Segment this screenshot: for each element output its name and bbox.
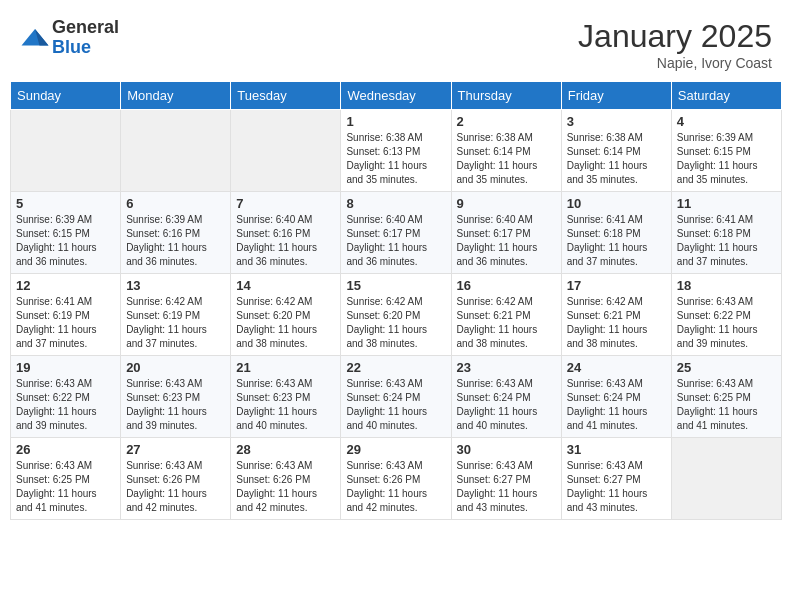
day-number: 14 (236, 278, 335, 293)
calendar-day-cell: 15Sunrise: 6:42 AMSunset: 6:20 PMDayligh… (341, 274, 451, 356)
logo-text: General Blue (52, 18, 119, 58)
logo-blue-text: Blue (52, 38, 119, 58)
calendar-day-header: Friday (561, 82, 671, 110)
day-number: 11 (677, 196, 776, 211)
day-info: Sunrise: 6:38 AMSunset: 6:13 PMDaylight:… (346, 131, 445, 187)
calendar-week-row: 26Sunrise: 6:43 AMSunset: 6:25 PMDayligh… (11, 438, 782, 520)
day-number: 8 (346, 196, 445, 211)
calendar-day-header: Monday (121, 82, 231, 110)
calendar-day-cell: 16Sunrise: 6:42 AMSunset: 6:21 PMDayligh… (451, 274, 561, 356)
calendar-table: SundayMondayTuesdayWednesdayThursdayFrid… (10, 81, 782, 520)
day-number: 10 (567, 196, 666, 211)
calendar-day-header: Sunday (11, 82, 121, 110)
day-number: 27 (126, 442, 225, 457)
calendar-day-cell: 21Sunrise: 6:43 AMSunset: 6:23 PMDayligh… (231, 356, 341, 438)
day-info: Sunrise: 6:39 AMSunset: 6:15 PMDaylight:… (16, 213, 115, 269)
calendar-day-cell: 1Sunrise: 6:38 AMSunset: 6:13 PMDaylight… (341, 110, 451, 192)
day-number: 17 (567, 278, 666, 293)
day-number: 22 (346, 360, 445, 375)
day-info: Sunrise: 6:43 AMSunset: 6:23 PMDaylight:… (236, 377, 335, 433)
logo-general-text: General (52, 18, 119, 38)
day-number: 23 (457, 360, 556, 375)
calendar-day-cell: 19Sunrise: 6:43 AMSunset: 6:22 PMDayligh… (11, 356, 121, 438)
calendar-day-cell: 24Sunrise: 6:43 AMSunset: 6:24 PMDayligh… (561, 356, 671, 438)
calendar-week-row: 5Sunrise: 6:39 AMSunset: 6:15 PMDaylight… (11, 192, 782, 274)
calendar-day-cell: 5Sunrise: 6:39 AMSunset: 6:15 PMDaylight… (11, 192, 121, 274)
calendar-day-cell: 28Sunrise: 6:43 AMSunset: 6:26 PMDayligh… (231, 438, 341, 520)
logo-icon (20, 23, 50, 53)
day-info: Sunrise: 6:41 AMSunset: 6:18 PMDaylight:… (567, 213, 666, 269)
day-number: 26 (16, 442, 115, 457)
calendar-day-cell: 25Sunrise: 6:43 AMSunset: 6:25 PMDayligh… (671, 356, 781, 438)
day-info: Sunrise: 6:43 AMSunset: 6:24 PMDaylight:… (567, 377, 666, 433)
day-info: Sunrise: 6:42 AMSunset: 6:21 PMDaylight:… (567, 295, 666, 351)
calendar-day-cell (11, 110, 121, 192)
day-info: Sunrise: 6:43 AMSunset: 6:25 PMDaylight:… (16, 459, 115, 515)
calendar-day-cell (671, 438, 781, 520)
calendar-day-header: Tuesday (231, 82, 341, 110)
day-info: Sunrise: 6:40 AMSunset: 6:17 PMDaylight:… (346, 213, 445, 269)
day-number: 19 (16, 360, 115, 375)
calendar-day-cell: 12Sunrise: 6:41 AMSunset: 6:19 PMDayligh… (11, 274, 121, 356)
day-info: Sunrise: 6:42 AMSunset: 6:19 PMDaylight:… (126, 295, 225, 351)
calendar-day-cell: 18Sunrise: 6:43 AMSunset: 6:22 PMDayligh… (671, 274, 781, 356)
day-number: 31 (567, 442, 666, 457)
calendar-day-cell: 4Sunrise: 6:39 AMSunset: 6:15 PMDaylight… (671, 110, 781, 192)
day-number: 6 (126, 196, 225, 211)
day-number: 30 (457, 442, 556, 457)
calendar-day-header: Wednesday (341, 82, 451, 110)
day-number: 29 (346, 442, 445, 457)
day-number: 28 (236, 442, 335, 457)
calendar-day-cell: 8Sunrise: 6:40 AMSunset: 6:17 PMDaylight… (341, 192, 451, 274)
calendar-day-cell: 26Sunrise: 6:43 AMSunset: 6:25 PMDayligh… (11, 438, 121, 520)
calendar-day-cell: 14Sunrise: 6:42 AMSunset: 6:20 PMDayligh… (231, 274, 341, 356)
calendar-day-cell: 27Sunrise: 6:43 AMSunset: 6:26 PMDayligh… (121, 438, 231, 520)
calendar-day-cell: 30Sunrise: 6:43 AMSunset: 6:27 PMDayligh… (451, 438, 561, 520)
calendar-header-row: SundayMondayTuesdayWednesdayThursdayFrid… (11, 82, 782, 110)
day-info: Sunrise: 6:38 AMSunset: 6:14 PMDaylight:… (567, 131, 666, 187)
calendar-day-cell: 23Sunrise: 6:43 AMSunset: 6:24 PMDayligh… (451, 356, 561, 438)
day-info: Sunrise: 6:43 AMSunset: 6:24 PMDaylight:… (457, 377, 556, 433)
month-title: January 2025 (578, 18, 772, 55)
calendar-day-header: Saturday (671, 82, 781, 110)
day-info: Sunrise: 6:40 AMSunset: 6:16 PMDaylight:… (236, 213, 335, 269)
day-number: 1 (346, 114, 445, 129)
day-number: 9 (457, 196, 556, 211)
day-info: Sunrise: 6:43 AMSunset: 6:25 PMDaylight:… (677, 377, 776, 433)
day-info: Sunrise: 6:43 AMSunset: 6:24 PMDaylight:… (346, 377, 445, 433)
location-text: Napie, Ivory Coast (578, 55, 772, 71)
day-number: 20 (126, 360, 225, 375)
day-info: Sunrise: 6:42 AMSunset: 6:20 PMDaylight:… (236, 295, 335, 351)
day-info: Sunrise: 6:41 AMSunset: 6:19 PMDaylight:… (16, 295, 115, 351)
calendar-day-cell: 20Sunrise: 6:43 AMSunset: 6:23 PMDayligh… (121, 356, 231, 438)
calendar-day-cell: 10Sunrise: 6:41 AMSunset: 6:18 PMDayligh… (561, 192, 671, 274)
day-info: Sunrise: 6:41 AMSunset: 6:18 PMDaylight:… (677, 213, 776, 269)
day-info: Sunrise: 6:43 AMSunset: 6:27 PMDaylight:… (567, 459, 666, 515)
calendar-day-cell (121, 110, 231, 192)
day-number: 18 (677, 278, 776, 293)
day-info: Sunrise: 6:43 AMSunset: 6:26 PMDaylight:… (346, 459, 445, 515)
day-info: Sunrise: 6:40 AMSunset: 6:17 PMDaylight:… (457, 213, 556, 269)
calendar-day-cell: 3Sunrise: 6:38 AMSunset: 6:14 PMDaylight… (561, 110, 671, 192)
day-info: Sunrise: 6:38 AMSunset: 6:14 PMDaylight:… (457, 131, 556, 187)
day-number: 16 (457, 278, 556, 293)
calendar-day-cell: 11Sunrise: 6:41 AMSunset: 6:18 PMDayligh… (671, 192, 781, 274)
calendar-day-cell: 7Sunrise: 6:40 AMSunset: 6:16 PMDaylight… (231, 192, 341, 274)
day-info: Sunrise: 6:43 AMSunset: 6:27 PMDaylight:… (457, 459, 556, 515)
calendar-day-cell: 2Sunrise: 6:38 AMSunset: 6:14 PMDaylight… (451, 110, 561, 192)
calendar-day-cell: 22Sunrise: 6:43 AMSunset: 6:24 PMDayligh… (341, 356, 451, 438)
calendar-day-cell: 9Sunrise: 6:40 AMSunset: 6:17 PMDaylight… (451, 192, 561, 274)
page-header: General Blue January 2025 Napie, Ivory C… (10, 10, 782, 75)
day-info: Sunrise: 6:42 AMSunset: 6:21 PMDaylight:… (457, 295, 556, 351)
day-info: Sunrise: 6:39 AMSunset: 6:15 PMDaylight:… (677, 131, 776, 187)
title-section: January 2025 Napie, Ivory Coast (578, 18, 772, 71)
calendar-day-header: Thursday (451, 82, 561, 110)
day-number: 15 (346, 278, 445, 293)
day-number: 21 (236, 360, 335, 375)
day-number: 3 (567, 114, 666, 129)
day-info: Sunrise: 6:43 AMSunset: 6:22 PMDaylight:… (16, 377, 115, 433)
calendar-week-row: 1Sunrise: 6:38 AMSunset: 6:13 PMDaylight… (11, 110, 782, 192)
calendar-day-cell: 29Sunrise: 6:43 AMSunset: 6:26 PMDayligh… (341, 438, 451, 520)
day-number: 5 (16, 196, 115, 211)
day-info: Sunrise: 6:43 AMSunset: 6:26 PMDaylight:… (126, 459, 225, 515)
